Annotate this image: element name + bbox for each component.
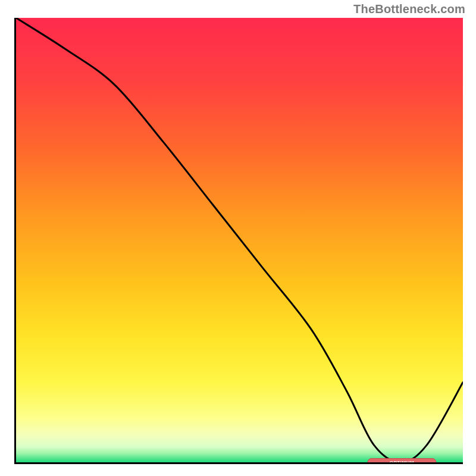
heatmap-gradient <box>16 18 463 462</box>
attribution-label: TheBottleneck.com <box>353 2 465 16</box>
plot-area: OPTIMUM <box>14 18 463 464</box>
svg-rect-0 <box>16 18 463 462</box>
optimum-marker-label: OPTIMUM <box>390 460 414 465</box>
chart-container: TheBottleneck.com <box>0 0 476 476</box>
